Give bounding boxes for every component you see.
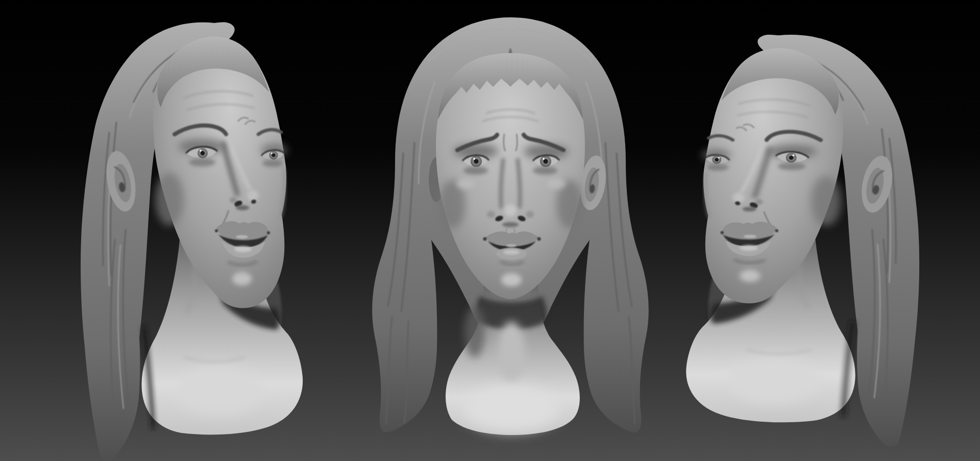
eye-highlight <box>271 152 272 154</box>
sculpt-render-canvas <box>0 0 980 461</box>
neck-highlight <box>498 322 525 383</box>
pupil <box>474 159 479 164</box>
pupil <box>544 159 548 164</box>
viewport <box>0 0 980 461</box>
eye-highlight <box>200 150 202 152</box>
eye-highlight <box>543 158 545 160</box>
chest-highlight <box>176 366 263 415</box>
eye-highlight <box>473 158 475 160</box>
bust-center <box>372 17 649 435</box>
pupil <box>272 153 275 157</box>
pupil <box>201 151 205 155</box>
teeth <box>506 244 517 247</box>
chest-highlight <box>463 385 560 431</box>
teeth <box>236 235 248 239</box>
